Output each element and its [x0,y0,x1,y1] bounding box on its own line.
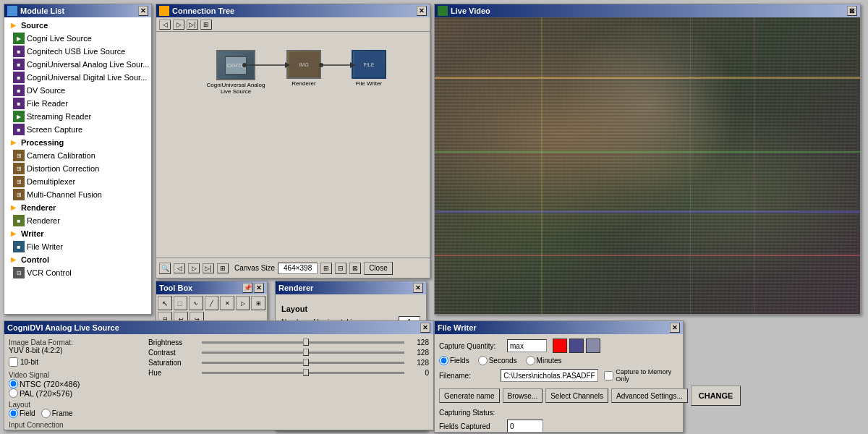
conn-nav-left[interactable]: ◁ [174,263,185,273]
node-cogni[interactable]: CGITB CogniUniversal Analog Live Source [203,50,268,95]
v-noise-2 [690,17,691,314]
file-writer-close[interactable]: ✕ [670,323,680,333]
conn-canvas[interactable]: CGITB CogniUniversal Analog Live Source … [156,32,430,278]
capture-qty-input[interactable] [507,339,547,352]
saturation-slider[interactable] [202,362,404,364]
video-canvas [435,17,860,314]
tool-arrow[interactable]: ▷ [236,296,250,310]
image-format-label: Image Data Format: [9,339,142,346]
module-list-icon [7,6,17,16]
saturation-value: 128 [407,359,429,367]
conn-play-btn[interactable]: ▷ [173,20,184,30]
tool-curve[interactable]: ∿ [189,296,203,310]
toolbox-row1: ↖ ⬚ ∿ ╱ ✕ ▷ ⊞ [158,296,265,310]
capturing-status-label: Capturing Status: [439,409,495,417]
conn-close-btn[interactable]: Close [364,262,393,275]
tool-delete[interactable]: ✕ [220,296,234,310]
hue-slider[interactable] [202,372,404,374]
proc-camera-calibration[interactable]: ⊞ Camera Calibration [12,149,150,162]
group-source[interactable]: ▶ Source [6,19,150,32]
live-video-close[interactable]: ⊠ [847,6,857,16]
brightness-slider[interactable] [202,341,404,344]
toolbox-close[interactable]: ✕ [254,283,264,293]
layout-section-label: Layout [281,305,420,313]
video-signal-label: Video Signal [9,371,142,379]
group-renderer[interactable]: ▶ Renderer [6,201,150,214]
group-writer[interactable]: ▶ Writer [6,227,150,240]
group-processing[interactable]: ▶ Processing [6,136,150,149]
conn-expand-btn[interactable]: ⊞ [200,20,212,30]
filename-input[interactable] [501,369,598,382]
dv-source-icon: ■ [13,85,25,96]
source-screen-capture[interactable]: ■ Screen Capture [12,123,150,136]
pal-label: PAL (720×576) [20,389,72,398]
generate-name-btn[interactable]: Generate name [439,388,500,403]
renderer-item[interactable]: ■ Renderer [12,214,150,227]
capture-memory-checkbox[interactable] [604,371,613,380]
node-filewriter[interactable]: FILE File Writer [352,50,386,87]
tool-line[interactable]: ╱ [205,296,219,310]
cognidvi-close[interactable]: ✕ [420,323,430,333]
brightness-thumb [303,339,309,346]
conn-zoom-icon[interactable]: 🔍 [159,263,171,274]
conn-nav-end[interactable]: ▷| [203,263,214,273]
source-streaming[interactable]: ▶ Streaming Reader [12,110,150,123]
field-radio[interactable] [9,409,18,418]
canvas-icon2[interactable]: ⊟ [335,263,346,274]
source-cogni-digital[interactable]: ■ CogniUniversal Digital Live Sour... [12,71,150,84]
pause-btn[interactable] [569,339,584,353]
source-cognitech-usb[interactable]: ■ Cognitech USB Live Source [12,45,150,58]
10bit-checkbox[interactable] [9,357,18,367]
pal-radio[interactable] [9,388,18,398]
proc-demultiplexer[interactable]: ⊞ Demultiplexer [12,175,150,188]
toolbox-pin[interactable]: 📌 [242,283,252,293]
frame-radio[interactable] [41,409,51,418]
proc-distortion-correction[interactable]: ⊞ Distortion Correction [12,162,150,175]
tool-select[interactable]: ↖ [158,296,172,310]
canvas-size-input[interactable] [278,263,318,274]
tool-dashed[interactable]: ⬚ [174,296,188,310]
v-noise-3 [754,17,755,314]
input-connection-group: Input Connection [9,421,142,429]
proc-multi-channel[interactable]: ⊞ Multi-Channel Fusion [12,188,150,201]
ntsc-label: NTSC (720×486) [20,380,80,388]
writer-file[interactable]: ■ File Writer [12,240,150,253]
seconds-label: Seconds [489,357,517,365]
cogni-node-label: CogniUniversal Analog Live Source [203,82,268,95]
record-btn[interactable] [553,339,567,353]
renderer-node-label: Renderer [292,80,315,87]
browse-btn[interactable]: Browse... [503,388,543,403]
distortion-icon: ⊞ [13,163,25,174]
conn-nav-right[interactable]: ▷ [188,263,200,273]
select-channels-btn[interactable]: Select Channels [545,388,608,403]
source-file-reader[interactable]: ■ File Reader [12,97,150,110]
group-control[interactable]: ▶ Control [6,253,150,266]
change-btn[interactable]: CHANGE [691,386,741,406]
canvas-icon3[interactable]: ⊠ [349,263,361,274]
advanced-settings-btn[interactable]: Advanced Settings... [611,388,688,403]
conn-tree-close[interactable]: ✕ [417,6,427,16]
distort-band-1 [435,77,860,79]
canvas-icon1[interactable]: ⊞ [320,263,332,274]
control-vcr[interactable]: ⊟ VCR Control [12,266,150,279]
fields-captured-input[interactable] [507,420,543,433]
conn-prev-btn[interactable]: ◁ [159,20,171,30]
node-renderer[interactable]: IMG Renderer [286,50,321,87]
module-list-close[interactable]: ✕ [138,6,148,16]
conn-next-btn[interactable]: ▷| [187,20,198,30]
stop-btn[interactable] [586,339,600,353]
contrast-slider[interactable] [202,352,404,354]
module-list-titlebar: Module List ✕ [4,4,151,17]
source-cogni-analog[interactable]: ■ CogniUniversal Analog Live Sour... [12,58,150,71]
renderer-panel-titlebar: Renderer ✕ [276,281,426,294]
ntsc-radio[interactable] [9,379,18,388]
renderer-panel-close[interactable]: ✕ [413,283,423,293]
tool-expand[interactable]: ⊞ [251,296,265,310]
conn-nav-expand[interactable]: ⊞ [217,263,229,273]
writer-group-icon: ▶ [7,228,19,239]
seconds-radio[interactable] [478,356,488,365]
source-dv[interactable]: ■ DV Source [12,84,150,97]
fields-radio[interactable] [439,356,448,365]
source-cogni-live[interactable]: ▶ Cogni Live Source [12,32,150,45]
minutes-radio[interactable] [526,356,535,365]
